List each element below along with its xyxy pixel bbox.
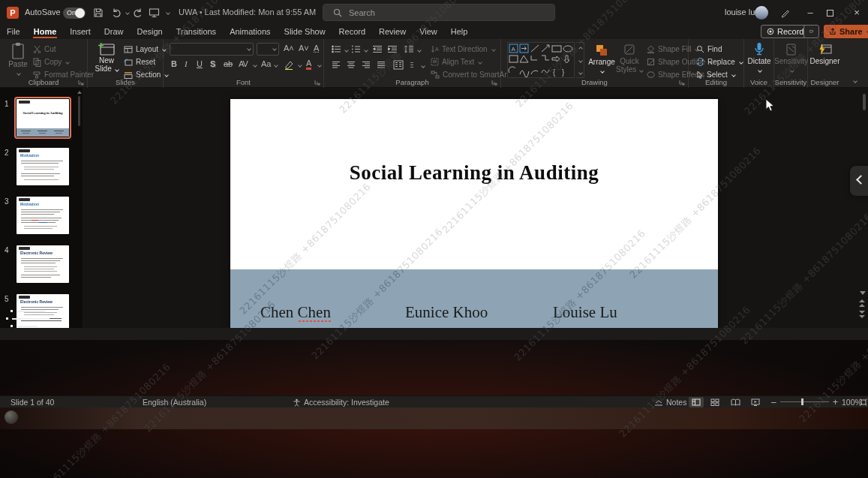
previous-slide-icon[interactable] (858, 299, 866, 308)
collapse-ribbon-icon[interactable] (853, 79, 857, 83)
slide-title[interactable]: Social Learning in Auditing (230, 161, 718, 185)
maximize-button[interactable] (827, 10, 833, 17)
present-icon[interactable] (149, 8, 160, 18)
tab-design[interactable]: Design (130, 26, 169, 38)
user-name[interactable]: louise lu (725, 8, 755, 17)
text-direction-button[interactable]: A Text Direction (431, 44, 495, 55)
thumbnail-slide-1[interactable]: Social Learning in Auditing (17, 99, 69, 137)
tab-file[interactable]: File (0, 26, 27, 38)
comments-button[interactable] (803, 25, 819, 38)
cut-button[interactable]: Cut (33, 44, 56, 55)
tab-review[interactable]: Review (372, 26, 413, 38)
avatar[interactable] (755, 6, 768, 20)
slide-canvas[interactable]: Social Learning in Auditing Chen Chen Eu… (230, 99, 718, 328)
replace-button[interactable]: Replace (696, 56, 743, 68)
share-button[interactable]: Share (824, 25, 868, 38)
find-button[interactable]: Find (696, 44, 722, 55)
text-shadow-button[interactable]: S (210, 59, 215, 68)
language-status[interactable]: English (Australia) (143, 397, 206, 407)
align-text-button[interactable]: Align Text (431, 56, 482, 68)
notes-button[interactable]: Notes (666, 397, 686, 407)
list-level-icon[interactable] (410, 62, 419, 68)
font-name-combo[interactable] (170, 43, 254, 56)
arrange-button[interactable]: Arrange (588, 42, 615, 74)
decrease-indent-icon[interactable] (372, 45, 383, 53)
shapes-gallery[interactable]: A (507, 42, 575, 78)
author-name[interactable]: Louise Lu (553, 303, 617, 322)
list-level-dropdown-icon[interactable] (421, 64, 425, 68)
zoom-in-button[interactable]: + (833, 397, 838, 407)
fit-to-window-icon[interactable] (860, 398, 867, 406)
reading-view-icon[interactable] (731, 398, 740, 406)
thumbnail-slide-3[interactable]: Motivation (17, 197, 69, 234)
paste-button[interactable]: Paste (8, 42, 29, 77)
thumb-scrollbar[interactable] (78, 96, 80, 126)
tab-draw[interactable]: Draw (98, 26, 131, 38)
vertical-scrollbar-thumb[interactable] (863, 94, 866, 110)
tab-slide-show[interactable]: Slide Show (278, 26, 332, 38)
normal-view-button[interactable] (689, 397, 704, 407)
undo-icon[interactable] (112, 8, 122, 18)
zoom-out-button[interactable]: – (771, 397, 776, 407)
shrink-font-button[interactable]: A˅ (299, 44, 309, 53)
slide-indicator[interactable]: Slide 1 of 40 (11, 397, 54, 407)
zoom-level[interactable]: 100% (842, 397, 862, 407)
next-slide-icon[interactable] (858, 310, 866, 319)
thumb-scroll-up-icon[interactable] (77, 91, 82, 94)
align-center-icon[interactable] (347, 61, 356, 69)
change-case-button[interactable]: Aa (261, 59, 271, 68)
gallery-more-icon[interactable] (578, 71, 583, 75)
copy-button[interactable]: Copy (33, 56, 69, 68)
author-name[interactable]: Eunice Khoo (405, 303, 488, 322)
align-right-icon[interactable] (362, 61, 371, 69)
font-size-combo[interactable] (257, 43, 279, 56)
line-spacing-dropdown-icon[interactable] (417, 48, 422, 53)
pen-mode-icon[interactable] (780, 8, 791, 18)
slide-sorter-view-icon[interactable] (710, 398, 719, 406)
line-spacing-icon[interactable] (404, 45, 414, 53)
ribbon-search-box[interactable] (323, 4, 555, 21)
close-button[interactable]: × (845, 0, 868, 26)
thumbnail-slide-2[interactable]: Motivation (17, 148, 69, 185)
quick-access-dropdown-icon[interactable] (166, 11, 170, 15)
font-dialog-launcher-icon[interactable] (314, 80, 320, 86)
tab-view[interactable]: View (413, 26, 444, 38)
highlight-color-icon[interactable] (284, 60, 294, 70)
justify-icon[interactable] (377, 61, 386, 69)
font-color-button[interactable]: A (306, 59, 311, 70)
redo-icon[interactable] (132, 8, 143, 18)
sensitivity-button[interactable]: Sensitivity (774, 42, 808, 74)
change-case-dropdown-icon[interactable] (274, 63, 278, 68)
scroll-down-icon[interactable] (860, 291, 866, 295)
gallery-up-icon[interactable] (578, 47, 583, 51)
reset-button[interactable]: Reset (124, 56, 155, 68)
autosave-toggle[interactable]: On (63, 8, 86, 19)
align-left-icon[interactable] (332, 61, 341, 69)
numbering-icon[interactable] (351, 45, 361, 53)
slideshow-view-icon[interactable] (751, 398, 760, 406)
numbering-dropdown-icon[interactable] (364, 48, 368, 53)
tab-help[interactable]: Help (444, 26, 475, 38)
clipboard-dialog-launcher-icon[interactable] (78, 80, 84, 86)
gallery-down-icon[interactable] (578, 59, 583, 63)
grow-font-button[interactable]: A˄ (284, 44, 294, 53)
accessibility-status[interactable]: Accessibility: Investigate (304, 397, 389, 407)
increase-indent-icon[interactable] (387, 45, 398, 53)
clear-formatting-button[interactable]: A (314, 44, 319, 53)
bullets-dropdown-icon[interactable] (344, 48, 349, 53)
bullets-icon[interactable] (332, 45, 341, 53)
zoom-slider-thumb[interactable] (801, 398, 803, 405)
record-button[interactable]: Record (761, 25, 809, 38)
author-name[interactable]: Chen Chen (260, 303, 331, 322)
columns-icon[interactable] (393, 60, 404, 70)
tab-animations[interactable]: Animations (223, 26, 277, 38)
paragraph-dialog-launcher-icon[interactable] (491, 80, 497, 86)
character-spacing-button[interactable]: AV (239, 59, 248, 68)
document-title[interactable]: UWA • Last Modified: Mon at 9:55 AM (179, 8, 316, 17)
undo-dropdown-icon[interactable] (125, 11, 130, 15)
new-slide-button[interactable]: New Slide (94, 42, 119, 73)
tab-record[interactable]: Record (332, 26, 372, 38)
italic-button[interactable]: I (185, 59, 188, 68)
tab-home[interactable]: Home (27, 26, 64, 38)
underline-button[interactable]: U (197, 59, 203, 68)
